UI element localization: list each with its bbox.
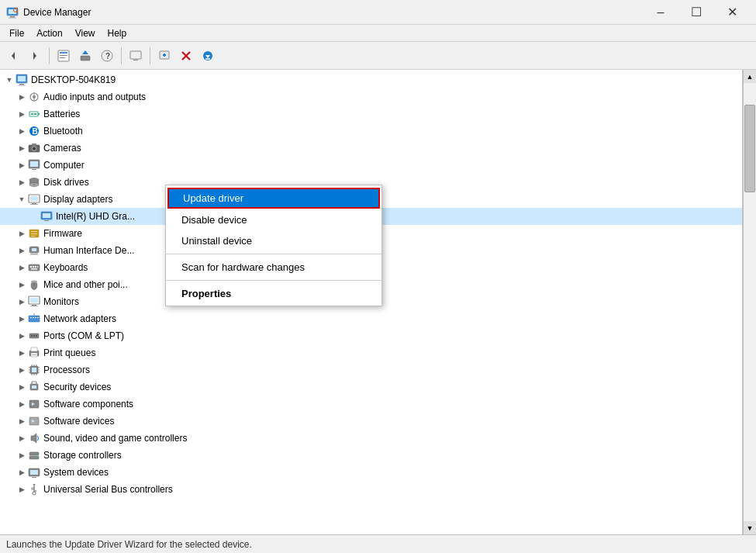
- svg-rect-93: [32, 368, 36, 372]
- minimize-button[interactable]: –: [643, 0, 678, 25]
- intel-uhd-label: Intel(R) UHD Gra...: [56, 211, 135, 222]
- svg-rect-64: [30, 254, 38, 255]
- svg-point-116: [36, 453, 38, 454]
- close-button[interactable]: ✕: [714, 0, 750, 25]
- tree-item-storage[interactable]: ▶ Storage controllers: [0, 447, 742, 464]
- svg-marker-113: [31, 434, 36, 443]
- tree-item-bluetooth[interactable]: ▶ B Bluetooth: [0, 123, 742, 140]
- app-title: Device Manager: [23, 7, 643, 18]
- monitors-expand-icon[interactable]: ▶: [16, 296, 28, 308]
- print-expand-icon[interactable]: ▶: [16, 347, 28, 359]
- tree-item-sound[interactable]: ▶ Sound, video and game controllers: [0, 430, 742, 447]
- sound-expand-icon[interactable]: ▶: [16, 432, 28, 444]
- toolbar-sep-1: [49, 47, 50, 64]
- ctx-disable-device[interactable]: Disable device: [166, 209, 381, 230]
- forward-button[interactable]: [25, 46, 45, 66]
- tree-item-network[interactable]: ▶ Network adapters: [0, 310, 742, 327]
- add-legacy-button[interactable]: [154, 46, 174, 66]
- tree-item-system[interactable]: ▶ System devices: [0, 464, 742, 481]
- tree-item-batteries[interactable]: ▶ Batteries: [0, 105, 742, 123]
- tree-item-print[interactable]: ▶ Print queues: [0, 344, 742, 361]
- ctx-scan-hardware[interactable]: Scan for hardware changes: [166, 257, 381, 278]
- scroll-down-button[interactable]: ▼: [744, 521, 756, 534]
- ctx-uninstall-device[interactable]: Uninstall device: [166, 230, 381, 251]
- properties-button[interactable]: [54, 46, 74, 66]
- mice-expand-icon[interactable]: ▶: [16, 278, 28, 291]
- scroll-track[interactable]: [744, 83, 756, 521]
- disk-expand-icon[interactable]: ▶: [16, 176, 28, 188]
- hid-expand-icon[interactable]: ▶: [16, 244, 28, 257]
- scroll-thumb[interactable]: [744, 105, 755, 192]
- bluetooth-label: Bluetooth: [43, 126, 83, 137]
- ctx-update-driver[interactable]: Update driver: [167, 188, 380, 209]
- tree-item-ports[interactable]: ▶ Ports (COM & LPT): [0, 327, 742, 344]
- update-driver-toolbar-button[interactable]: [75, 46, 95, 66]
- menu-file[interactable]: File: [3, 26, 30, 40]
- menu-action[interactable]: Action: [30, 26, 68, 40]
- svg-rect-119: [30, 470, 38, 475]
- audio-icon: [28, 91, 40, 103]
- scroll-up-button[interactable]: ▲: [744, 70, 756, 83]
- tree-item-usb[interactable]: ▶ Universal Serial Bus controllers: [0, 481, 742, 498]
- ctx-sep-1: [166, 254, 381, 254]
- help-toolbar-button[interactable]: ?: [97, 46, 117, 66]
- usb-icon: [28, 483, 40, 496]
- security-expand-icon[interactable]: ▶: [16, 381, 28, 393]
- svg-marker-7: [33, 52, 36, 60]
- maximize-button[interactable]: ☐: [678, 0, 714, 25]
- tree-item-softwarecomp[interactable]: ▶ Software components: [0, 396, 742, 413]
- display-expand-icon[interactable]: ▼: [16, 193, 28, 206]
- status-text: Launches the Update Driver Wizard for th…: [6, 539, 252, 550]
- softwaredev-expand-icon[interactable]: ▶: [16, 415, 28, 427]
- tree-item-security[interactable]: ▶ Security devices: [0, 378, 742, 396]
- svg-text:?: ?: [105, 52, 110, 60]
- batteries-expand-icon[interactable]: ▶: [16, 108, 28, 120]
- ctx-properties[interactable]: Properties: [166, 283, 381, 304]
- softwarecomp-expand-icon[interactable]: ▶: [16, 398, 28, 410]
- cameras-icon: [28, 142, 40, 154]
- svg-rect-17: [133, 60, 138, 60]
- svg-rect-45: [30, 161, 38, 167]
- toolbar-sep-3: [150, 47, 150, 64]
- svg-rect-77: [30, 306, 38, 306]
- svg-rect-107: [32, 385, 36, 389]
- remove-button[interactable]: [176, 46, 196, 66]
- softwarecomp-label: Software components: [43, 399, 133, 410]
- vertical-scrollbar[interactable]: ▲ ▼: [743, 70, 756, 534]
- svg-rect-89: [31, 347, 37, 351]
- keyboards-expand-icon[interactable]: ▶: [16, 261, 28, 274]
- root-expand-icon[interactable]: ▼: [3, 74, 16, 86]
- back-button[interactable]: [3, 46, 23, 66]
- tree-root[interactable]: ▼ DESKTOP-504K819: [0, 71, 742, 88]
- ports-expand-icon[interactable]: ▶: [16, 330, 28, 342]
- tree-item-softwaredev[interactable]: ▶ Software devices: [0, 413, 742, 430]
- tree-item-computer[interactable]: ▶ Computer: [0, 157, 742, 174]
- tree-item-audio[interactable]: ▶ Audio inputs and outputs: [0, 88, 742, 105]
- display-button[interactable]: [126, 46, 146, 66]
- svg-marker-13: [82, 50, 88, 54]
- storage-expand-icon[interactable]: ▶: [16, 449, 28, 461]
- network-expand-icon[interactable]: ▶: [16, 313, 28, 325]
- system-expand-icon[interactable]: ▶: [16, 466, 28, 479]
- processors-expand-icon[interactable]: ▶: [16, 364, 28, 376]
- computer-expand-icon[interactable]: ▶: [16, 159, 28, 171]
- usb-expand-icon[interactable]: ▶: [16, 483, 28, 496]
- svg-rect-70: [31, 268, 37, 270]
- menu-view[interactable]: View: [69, 26, 102, 40]
- security-icon: [28, 381, 40, 393]
- batteries-label: Batteries: [43, 109, 80, 119]
- tree-item-cameras[interactable]: ▶ Cameras: [0, 140, 742, 157]
- svg-point-73: [31, 281, 37, 283]
- svg-rect-61: [31, 236, 35, 237]
- svg-rect-78: [29, 316, 40, 322]
- keyboards-label: Keyboards: [43, 262, 88, 273]
- audio-expand-icon[interactable]: ▶: [16, 91, 28, 103]
- bluetooth-expand-icon[interactable]: ▶: [16, 125, 28, 137]
- network-icon: [28, 313, 40, 325]
- system-icon: [28, 466, 40, 479]
- download-button[interactable]: [198, 46, 218, 66]
- cameras-expand-icon[interactable]: ▶: [16, 142, 28, 154]
- menu-help[interactable]: Help: [102, 26, 133, 40]
- tree-item-processors[interactable]: ▶ Proces: [0, 361, 742, 378]
- firmware-expand-icon[interactable]: ▶: [16, 227, 28, 240]
